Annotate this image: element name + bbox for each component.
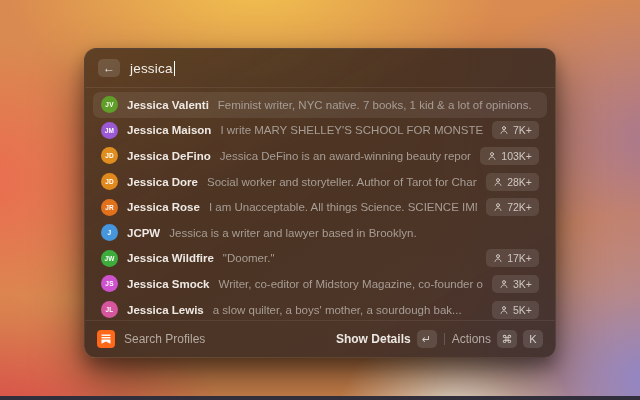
- followers-count: 28K+: [507, 176, 532, 188]
- followers-badge: 3K+: [492, 275, 539, 293]
- actions-label: Actions: [452, 332, 491, 346]
- text-caret: [174, 61, 176, 76]
- person-icon: [493, 202, 503, 212]
- desktop-bottom-strip: [0, 396, 640, 400]
- footer-divider: [444, 333, 445, 345]
- result-name: Jessica Dore: [127, 176, 198, 188]
- result-row-jessica-maison[interactable]: JM Jessica Maison I write MARY SHELLEY'S…: [93, 118, 547, 144]
- result-row-jessica-defino[interactable]: JD Jessica DeFino Jessica DeFino is an a…: [93, 143, 547, 169]
- followers-count: 103K+: [501, 150, 532, 162]
- result-row-jessica-rose[interactable]: JR Jessica Rose I am Unacceptable. All t…: [93, 194, 547, 220]
- avatar-initials: JD: [105, 152, 114, 159]
- search-input[interactable]: jessica: [130, 61, 175, 76]
- person-icon: [493, 253, 503, 263]
- raycast-search-window: ← jessica JV Jessica Valenti Feminist wr…: [84, 48, 556, 358]
- footer-bar: Search Profiles Show Details ↵ Actions ⌘…: [85, 320, 555, 357]
- followers-badge: 103K+: [480, 147, 539, 165]
- result-row-jessica-dore[interactable]: JD Jessica Dore Social worker and storyt…: [93, 169, 547, 195]
- avatar: JL: [101, 301, 118, 318]
- avatar-initials: JV: [105, 101, 113, 108]
- command-key-icon: ⌘: [497, 330, 517, 348]
- result-row-jessica-wildfire[interactable]: JW Jessica Wildfire "Doomer." 17K+: [93, 246, 547, 272]
- followers-badge: 17K+: [486, 249, 539, 267]
- result-name: JCPW: [127, 227, 160, 239]
- result-row-jcpw[interactable]: J JCPW Jessica is a writer and lawyer ba…: [93, 220, 547, 246]
- followers-count: 3K+: [513, 278, 532, 290]
- footer-actions: Show Details ↵ Actions ⌘ K: [336, 330, 543, 348]
- avatar: JS: [101, 275, 118, 292]
- person-icon: [499, 125, 509, 135]
- back-button[interactable]: ←: [98, 59, 120, 77]
- followers-count: 5K+: [513, 304, 532, 316]
- avatar: J: [101, 224, 118, 241]
- avatar-initials: JD: [105, 178, 114, 185]
- actions-button[interactable]: Actions ⌘ K: [452, 330, 543, 348]
- followers-count: 72K+: [507, 201, 532, 213]
- result-name: Jessica Lewis: [127, 304, 204, 316]
- result-description: I write MARY SHELLEY'S SCHOOL FOR MONSTE…: [220, 124, 483, 136]
- followers-count: 17K+: [507, 252, 532, 264]
- person-icon: [499, 305, 509, 315]
- return-key-icon: ↵: [417, 330, 437, 348]
- result-row-jessica-valenti[interactable]: JV Jessica Valenti Feminist writer, NYC …: [93, 92, 547, 118]
- result-name: Jessica Valenti: [127, 99, 209, 111]
- result-description: Social worker and storyteller. Author of…: [207, 176, 477, 188]
- k-key-icon: K: [523, 330, 543, 348]
- followers-badge: 28K+: [486, 173, 539, 191]
- result-description: Writer, co-editor of Midstory Magazine, …: [218, 278, 483, 290]
- avatar: JM: [101, 122, 118, 139]
- result-description: Jessica DeFino is an award-winning beaut…: [220, 150, 472, 162]
- search-bar: ← jessica: [85, 49, 555, 87]
- result-row-jessica-lewis[interactable]: JL Jessica Lewis a slow quilter, a boys'…: [93, 297, 547, 320]
- result-description: a slow quilter, a boys' mother, a sourdo…: [213, 304, 483, 316]
- result-description: Feminist writer, NYC native. 7 books, 1 …: [218, 99, 539, 111]
- person-icon: [487, 151, 497, 161]
- avatar-initials: JR: [105, 204, 114, 211]
- result-name: Jessica Smock: [127, 278, 209, 290]
- avatar: JW: [101, 250, 118, 267]
- desktop-background: ← jessica JV Jessica Valenti Feminist wr…: [0, 0, 640, 400]
- show-details-label: Show Details: [336, 332, 411, 346]
- command-name: Search Profiles: [124, 332, 205, 346]
- followers-badge: 72K+: [486, 198, 539, 216]
- result-name: Jessica DeFino: [127, 150, 211, 162]
- avatar: JD: [101, 147, 118, 164]
- arrow-left-icon: ←: [103, 61, 115, 75]
- person-icon: [493, 177, 503, 187]
- followers-badge: 5K+: [492, 301, 539, 319]
- search-query-text: jessica: [130, 61, 173, 76]
- followers-count: 7K+: [513, 124, 532, 136]
- result-description: Jessica is a writer and lawyer based in …: [169, 227, 539, 239]
- result-description: "Doomer.": [223, 252, 477, 264]
- avatar-initials: JS: [105, 280, 113, 287]
- result-name: Jessica Wildfire: [127, 252, 214, 264]
- result-name: Jessica Maison: [127, 124, 211, 136]
- avatar: JD: [101, 173, 118, 190]
- result-name: Jessica Rose: [127, 201, 200, 213]
- avatar: JR: [101, 199, 118, 216]
- avatar-initials: JW: [104, 255, 114, 262]
- avatar-initials: JM: [105, 127, 114, 134]
- result-row-jessica-smock[interactable]: JS Jessica Smock Writer, co-editor of Mi…: [93, 271, 547, 297]
- avatar-initials: J: [108, 229, 112, 236]
- avatar: JV: [101, 96, 118, 113]
- results-list: JV Jessica Valenti Feminist writer, NYC …: [85, 88, 555, 320]
- avatar-initials: JL: [106, 306, 114, 313]
- followers-badge: 7K+: [492, 121, 539, 139]
- person-icon: [499, 279, 509, 289]
- result-description: I am Unacceptable. All things Science. S…: [209, 201, 477, 213]
- show-details-button[interactable]: Show Details ↵: [336, 330, 437, 348]
- substack-logo-icon: [97, 330, 115, 348]
